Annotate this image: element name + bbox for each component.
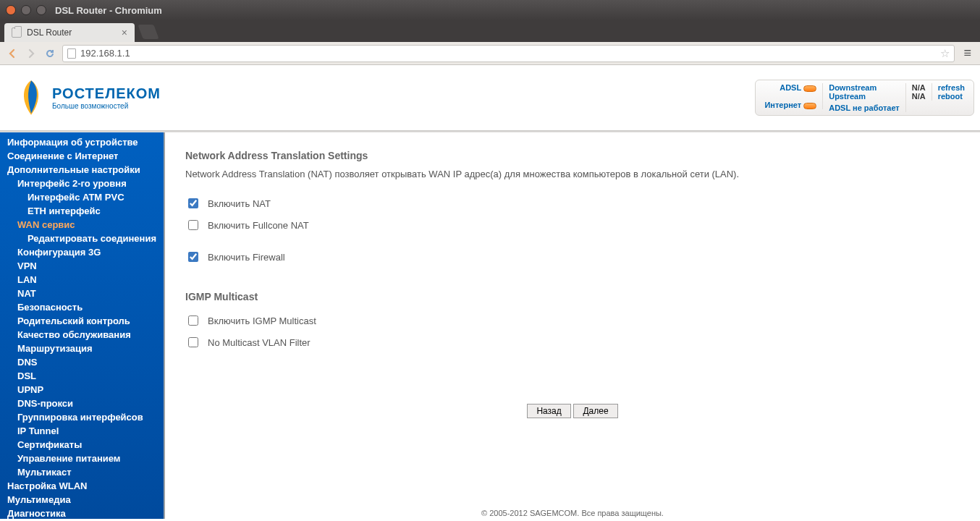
- adsl-led-icon: [803, 85, 816, 92]
- sidebar-item[interactable]: IP Tunnel: [0, 424, 164, 438]
- logo-tagline: Больше возможностей: [52, 102, 161, 110]
- sidebar-item[interactable]: VPN: [0, 259, 164, 273]
- sidebar-item[interactable]: Дополнительные настройки: [0, 163, 164, 177]
- forward-button[interactable]: [25, 47, 38, 60]
- window-minimize-button[interactable]: [21, 5, 31, 15]
- logo-icon: [17, 79, 45, 117]
- enable-igmp-label: Включить IGMP Multicast: [208, 315, 316, 326]
- browser-toolbar: 192.168.1.1 ☆ ≡: [0, 42, 980, 65]
- sidebar-item[interactable]: DNS: [0, 355, 164, 369]
- sidebar-item[interactable]: LAN: [0, 273, 164, 287]
- enable-nat-label: Включить NAT: [208, 198, 271, 209]
- window-maximize-button[interactable]: [36, 5, 46, 15]
- sidebar-item[interactable]: Интерфейс ATM PVC: [0, 190, 164, 204]
- window-titlebar: DSL Router - Chromium: [0, 0, 980, 20]
- enable-igmp-checkbox[interactable]: [188, 315, 198, 326]
- next-button-form[interactable]: Далее: [573, 404, 617, 418]
- sidebar-item[interactable]: Мультикаст: [0, 465, 164, 479]
- upstream-label: Upstream: [829, 92, 866, 101]
- no-vlan-filter-checkbox[interactable]: [188, 337, 198, 347]
- back-button[interactable]: [6, 47, 19, 60]
- browser-tab[interactable]: DSL Router ×: [4, 23, 135, 42]
- reboot-link[interactable]: reboot: [938, 92, 965, 101]
- sidebar-item[interactable]: Группировка интерфейсов: [0, 410, 164, 424]
- upstream-value: N/A: [912, 92, 926, 101]
- enable-firewall-checkbox[interactable]: [188, 252, 198, 262]
- router-header: РОСТЕЛЕКОМ Больше возможностей ADSL Инте…: [0, 65, 980, 130]
- sidebar-item[interactable]: ETH интерфейс: [0, 204, 164, 218]
- sidebar-item[interactable]: Качество обслуживания: [0, 328, 164, 342]
- new-tab-button[interactable]: [138, 25, 159, 39]
- downstream-value: N/A: [912, 83, 926, 92]
- status-panel: ADSL Интернет Downstream Upstream ADSL н…: [755, 80, 974, 116]
- sidebar-item[interactable]: Соединение с Интернет: [0, 149, 164, 163]
- sidebar-item[interactable]: Мультимедиа: [0, 493, 164, 507]
- sidebar-item[interactable]: Сертификаты: [0, 438, 164, 452]
- no-vlan-filter-label: No Multicast VLAN Filter: [208, 337, 311, 348]
- reload-button[interactable]: [43, 47, 56, 60]
- sidebar-item[interactable]: Конфигурация 3G: [0, 245, 164, 259]
- sidebar-item[interactable]: Редактировать соединения: [0, 232, 164, 245]
- window-close-button[interactable]: [6, 5, 16, 15]
- enable-fullcone-checkbox[interactable]: [188, 220, 198, 230]
- main-content: Network Address Translation Settings Net…: [165, 132, 980, 519]
- sidebar-item[interactable]: UPNP: [0, 383, 164, 397]
- browser-tabstrip: DSL Router ×: [0, 20, 980, 42]
- bookmark-star-icon[interactable]: ☆: [940, 47, 950, 60]
- back-button-form[interactable]: Назад: [527, 404, 570, 418]
- nat-heading: Network Address Translation Settings: [185, 150, 960, 161]
- adsl-label: ADSL: [780, 83, 801, 92]
- browser-menu-button[interactable]: ≡: [960, 46, 974, 61]
- tab-close-button[interactable]: ×: [116, 27, 127, 38]
- sidebar-item[interactable]: DSL: [0, 369, 164, 383]
- window-title: DSL Router - Chromium: [55, 5, 162, 16]
- sidebar-item[interactable]: Информация об устройстве: [0, 135, 164, 149]
- sidebar-item[interactable]: WAN сервис: [0, 218, 164, 232]
- enable-firewall-label: Включить Firewall: [208, 252, 285, 263]
- sidebar-item[interactable]: Безопасность: [0, 300, 164, 314]
- igmp-heading: IGMP Multicast: [185, 291, 960, 302]
- logo-block: РОСТЕЛЕКОМ Больше возможностей: [17, 79, 161, 117]
- site-icon: [67, 48, 76, 59]
- internet-label: Интернет: [764, 101, 801, 109]
- sidebar-item[interactable]: Настройка WLAN: [0, 479, 164, 493]
- tab-title: DSL Router: [27, 27, 72, 38]
- tab-favicon: [12, 27, 22, 38]
- adsl-status: ADSL не работает: [829, 103, 900, 112]
- sidebar-item[interactable]: DNS-прокси: [0, 397, 164, 410]
- refresh-link[interactable]: refresh: [938, 83, 965, 92]
- enable-fullcone-label: Включить Fullcone NAT: [208, 220, 309, 231]
- url-text: 192.168.1.1: [80, 48, 936, 59]
- url-input[interactable]: 192.168.1.1 ☆: [62, 45, 955, 62]
- logo-brand: РОСТЕЛЕКОМ: [52, 85, 161, 102]
- internet-led-icon: [803, 103, 816, 109]
- sidebar-item[interactable]: Интерфейс 2-го уровня: [0, 177, 164, 190]
- sidebar: Информация об устройствеСоединение с Инт…: [0, 132, 165, 519]
- nat-description: Network Address Translation (NAT) позвол…: [185, 169, 960, 179]
- sidebar-item[interactable]: Маршрутизация: [0, 342, 164, 355]
- enable-nat-checkbox[interactable]: [188, 198, 198, 208]
- sidebar-item[interactable]: Управление питанием: [0, 452, 164, 465]
- sidebar-item[interactable]: NAT: [0, 287, 164, 300]
- sidebar-item[interactable]: Родительский контроль: [0, 314, 164, 328]
- footer-copyright: © 2005-2012 SAGEMCOM. Все права защищены…: [165, 507, 980, 519]
- downstream-label: Downstream: [829, 83, 876, 92]
- sidebar-item[interactable]: Диагностика: [0, 507, 164, 519]
